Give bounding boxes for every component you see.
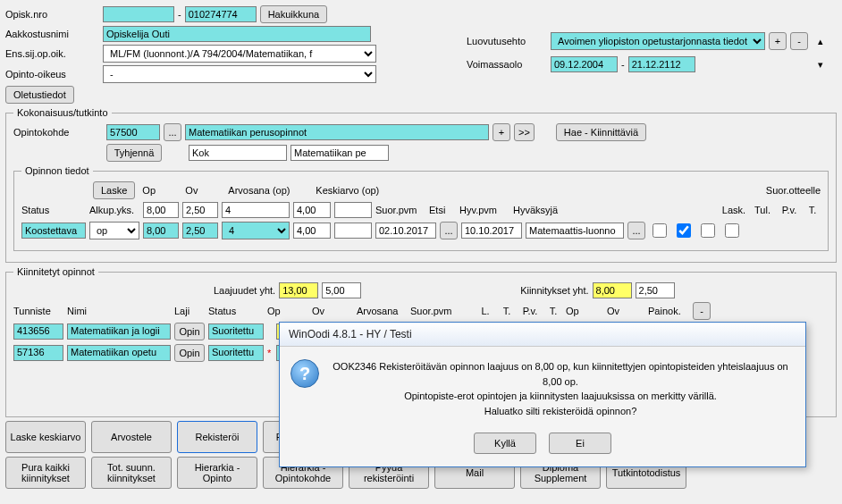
bottom-btn-pura-kaikki-kiinnitykset[interactable]: Pura kaikki kiinnitykset: [5, 457, 86, 489]
r2-sel[interactable]: op: [89, 222, 139, 239]
r1-op[interactable]: 8,00: [143, 202, 179, 218]
kok-field[interactable]: Kok: [189, 145, 287, 161]
hdr-suor-ott: Suor.otteelle: [766, 185, 821, 196]
minus-button[interactable]: -: [790, 32, 808, 50]
r2-arv[interactable]: 4: [222, 222, 290, 239]
kiinnitetyt-legend: Kiinnitetyt opinnot: [13, 266, 98, 277]
dialog-yes-button[interactable]: Kyllä: [474, 433, 536, 454]
caret-down-icon[interactable]: ▾: [812, 55, 829, 73]
hdr-ov2: Ov: [607, 306, 644, 316]
luovutus-label: Luovutusehto: [467, 36, 547, 46]
dialog-no-button[interactable]: Ei: [549, 433, 611, 454]
opinto-label: Opinto-oikeus: [5, 69, 99, 80]
opintokohde-name[interactable]: Matematiikan perusopinnot: [185, 124, 489, 140]
hdr-t: T.: [498, 306, 516, 316]
voimassa-from[interactable]: 09.12.2004: [551, 56, 618, 72]
koost-field[interactable]: Koostettava: [21, 223, 86, 239]
bottom-btn-hierarkia---opinto[interactable]: Hierarkia - Opinto: [177, 457, 257, 489]
hdr-painok: Painok.: [648, 306, 689, 316]
opisk-field1[interactable]: [103, 6, 174, 22]
suorpvm-picker[interactable]: ...: [440, 222, 458, 239]
question-icon: ?: [290, 359, 319, 388]
kiinn2: 2,50: [636, 282, 675, 298]
hdr-arv: Arvosana (op): [228, 185, 308, 196]
hyvaksyja-field[interactable]: Matemaattis-luonno: [526, 223, 624, 239]
voimassa-sep: -: [621, 59, 625, 70]
enssij-select[interactable]: ML/FM (luonnont.)/A 794/2004/Matematiika…: [103, 45, 376, 63]
voimassa-to[interactable]: 21.12.2112: [628, 56, 695, 72]
r1-arv[interactable]: 4: [222, 202, 290, 218]
lask-chk[interactable]: [653, 223, 667, 238]
tul-label: Tul.: [751, 205, 774, 215]
caret-up-icon[interactable]: ▴: [812, 32, 829, 50]
hdr-pv: P.v.: [519, 306, 541, 316]
pv-label: P.v.: [778, 205, 801, 215]
voimassa-label: Voimassaolo: [467, 59, 547, 70]
r2-ov[interactable]: 2,50: [182, 223, 218, 239]
status-label: Status: [21, 205, 86, 215]
kiinn-label: Kiinnitykset yht.: [520, 285, 588, 296]
tyhjenna-button[interactable]: Tyhjennä: [106, 144, 162, 162]
hae-kiinnittavia-button[interactable]: Hae - Kiinnittäviä: [556, 123, 646, 141]
tul-chk[interactable]: [677, 223, 691, 238]
hdr-laji: Laji: [174, 306, 205, 316]
r2-extra[interactable]: [334, 223, 372, 239]
lask-label: Lask.: [720, 205, 747, 215]
suorpvm-field[interactable]: 02.10.2017: [375, 223, 436, 239]
matpe-field[interactable]: Matematiikan pe: [290, 145, 389, 161]
opintokohde-plus[interactable]: +: [493, 123, 510, 141]
opinto-select[interactable]: -: [103, 65, 376, 83]
star-icon: *: [267, 348, 273, 358]
hakuikkuna-button[interactable]: Hakuikkuna: [260, 5, 327, 23]
opintokohde-fwd[interactable]: >>: [514, 123, 535, 141]
hdr-l: L.: [476, 306, 494, 316]
r2-op[interactable]: 8,00: [143, 223, 179, 239]
laji-button[interactable]: Opin: [174, 344, 205, 362]
hdr-suorpvm: Suor.pvm: [410, 306, 473, 316]
cell-nimi[interactable]: Matematiikan ja logii: [67, 323, 171, 340]
r1-extra[interactable]: [334, 202, 372, 218]
opintokohde-code[interactable]: 57500: [106, 124, 160, 140]
cell-nimi[interactable]: Matematiikan opetu: [67, 345, 171, 361]
enssij-label: Ens.sij.op.oik.: [5, 48, 99, 59]
hyvpvm-field[interactable]: 10.10.2017: [461, 223, 522, 239]
opintokohde-picker[interactable]: ...: [164, 123, 181, 141]
aakkostus-label: Aakkostusnimi: [5, 29, 99, 39]
hdr-nimi: Nimi: [67, 306, 171, 316]
r1-kesk[interactable]: 4,00: [293, 202, 331, 218]
laji-button[interactable]: Opin: [174, 323, 205, 340]
bottom-btn-arvostele[interactable]: Arvostele: [91, 421, 172, 453]
plus-button[interactable]: +: [769, 32, 787, 50]
hdr-op2: Op: [566, 306, 603, 316]
dialog-text: OOK2346 Rekisteröitävän opinnon laajuus …: [330, 359, 791, 418]
laaj1: 13,00: [279, 282, 318, 298]
hyv-picker[interactable]: ...: [627, 222, 645, 239]
bottom-btn-tot.-suunn.-kiinnitykset[interactable]: Tot. suunn. kiinnitykset: [91, 457, 172, 489]
luovutus-select[interactable]: Avoimen yliopiston opetustarjonnasta tie…: [551, 32, 765, 50]
hyvaksyja-label: Hyväksyjä: [513, 205, 567, 215]
cell-tunniste[interactable]: 413656: [13, 323, 63, 340]
bottom-btn-laske-keskiarvo[interactable]: Laske keskiarvo: [5, 421, 86, 453]
dialog-title: WinOodi 4.8.1 - HY / Testi: [280, 323, 805, 347]
confirm-dialog: WinOodi 4.8.1 - HY / Testi ? OOK2346 Rek…: [279, 322, 806, 467]
opintokohde-label: Opintokohde: [13, 127, 103, 138]
kokonaisuus-fieldset: Kokonaisuus/tutkinto Opintokohde 57500 .…: [5, 107, 837, 263]
bottom-btn-rekisteröi[interactable]: Rekisteröi: [177, 421, 257, 453]
hdr-kesk: Keskiarvo (op): [316, 185, 396, 196]
cell-tunniste[interactable]: 57136: [13, 345, 63, 361]
hdr-minus-button[interactable]: -: [693, 302, 711, 320]
oletustiedot-button[interactable]: Oletustiedot: [5, 86, 74, 104]
hdr-arvosana: Arvosana: [357, 306, 407, 316]
aakkostus-field[interactable]: Opiskelija Outi: [103, 26, 371, 42]
laske-button[interactable]: Laske: [93, 181, 135, 199]
opinnon-legend: Opinnon tiedot: [21, 165, 93, 176]
pv-chk[interactable]: [701, 223, 715, 238]
r1-ov[interactable]: 2,50: [182, 202, 218, 218]
opisk-field2[interactable]: 010274774: [185, 6, 257, 22]
hdr-ov: Ov: [185, 185, 221, 196]
hyvpvm-label: Hyv.pvm: [459, 205, 509, 215]
opisk-label: Opisk.nro: [5, 9, 99, 20]
kiinn1: 8,00: [593, 282, 632, 298]
r2-kesk[interactable]: 4,00: [293, 223, 331, 239]
t-chk[interactable]: [725, 223, 739, 238]
